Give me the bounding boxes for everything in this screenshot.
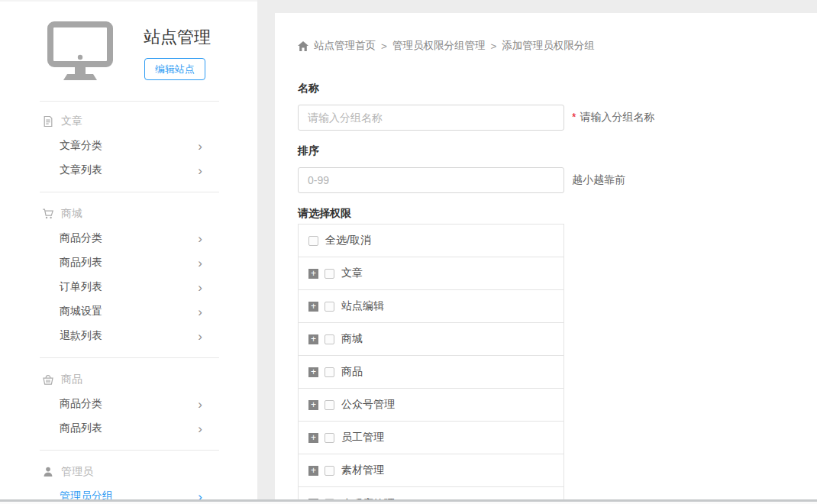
sidebar-item-mall-settings[interactable]: 商城设置 › (60, 299, 202, 324)
sidebar-item-label: 商城设置 (60, 305, 102, 318)
permission-row-article: 文章 (299, 257, 564, 290)
sort-hint: 越小越靠前 (572, 173, 625, 187)
basket-icon (42, 373, 54, 386)
sidebar-nav: 文章 文章分类 › 文章列表 › 商城 (0, 109, 257, 504)
sidebar-group-products: 商品 (0, 367, 257, 392)
sidebar-group-label: 商城 (61, 207, 82, 221)
permission-row-material: 素材管理 (299, 454, 564, 487)
permission-row-mall: 商城 (299, 323, 564, 356)
sidebar-group-label: 管理员 (61, 465, 93, 479)
name-input[interactable] (298, 105, 564, 131)
permission-row-staff: 员工管理 (299, 422, 564, 454)
select-all-checkbox[interactable] (308, 236, 318, 246)
expand-plus-icon[interactable] (308, 269, 318, 279)
breadcrumb-separator: > (381, 40, 387, 52)
permission-label: 公众号管理 (341, 398, 395, 412)
divider (40, 357, 219, 358)
home-icon (298, 41, 308, 51)
required-asterisk: * (572, 111, 576, 123)
chevron-right-icon: › (198, 422, 202, 435)
user-icon (42, 466, 54, 478)
sidebar-item-product-category[interactable]: 商品分类 › (60, 392, 202, 416)
document-icon (42, 115, 54, 128)
sort-label: 排序 (298, 144, 817, 160)
sidebar-group-label: 文章 (61, 115, 82, 128)
permission-label: 站点编辑 (341, 299, 384, 313)
sidebar-group-label: 商品 (61, 373, 82, 386)
permission-label: 员工管理 (341, 431, 384, 444)
expand-plus-icon[interactable] (308, 466, 318, 476)
breadcrumb-item-home[interactable]: 站点管理首页 (314, 39, 376, 53)
sidebar-item-product-list[interactable]: 商品列表 › (60, 416, 202, 441)
sidebar: 站点管理 编辑站点 文章 文章分类 › 文章列表 › (0, 0, 257, 504)
breadcrumb-item-group-management[interactable]: 管理员权限分组管理 (392, 39, 486, 53)
permission-label: 文章 (341, 267, 363, 280)
chevron-right-icon: › (198, 164, 202, 177)
permission-row-site-edit: 站点编辑 (299, 290, 564, 323)
sidebar-item-article-category[interactable]: 文章分类 › (60, 134, 202, 158)
permission-checkbox[interactable] (325, 269, 334, 279)
sidebar-item-refund-list[interactable]: 退款列表 › (60, 324, 202, 348)
expand-plus-icon[interactable] (308, 433, 318, 443)
chevron-right-icon: › (198, 330, 202, 343)
permission-checkbox[interactable] (325, 334, 334, 344)
sidebar-item-label: 商品列表 (60, 422, 102, 435)
expand-plus-icon[interactable] (308, 400, 318, 410)
name-label: 名称 (298, 82, 817, 97)
main-content: 站点管理首页 > 管理员权限分组管理 > 添加管理员权限分组 名称 *请输入分组… (275, 13, 817, 504)
chevron-right-icon: › (198, 232, 202, 245)
breadcrumb-item-add-group: 添加管理员权限分组 (502, 39, 595, 53)
permissions-label: 请选择权限 (298, 207, 817, 222)
sidebar-group-articles: 文章 (0, 109, 257, 134)
sidebar-item-label: 订单列表 (60, 280, 102, 294)
permission-row-official-account: 公众号管理 (299, 389, 564, 422)
sidebar-item-label: 商品分类 (60, 231, 102, 245)
divider (40, 101, 219, 102)
name-hint: *请输入分组名称 (572, 111, 654, 124)
permission-label: 商城 (341, 332, 363, 346)
permission-row-product: 商品 (299, 356, 564, 389)
permission-checkbox[interactable] (325, 466, 334, 476)
breadcrumb-separator: > (490, 40, 496, 52)
permission-label: 素材管理 (341, 464, 384, 477)
sidebar-item-label: 文章分类 (60, 139, 102, 153)
chevron-right-icon: › (198, 398, 202, 411)
site-title: 站点管理 (144, 26, 211, 49)
name-input-row: *请输入分组名称 (298, 105, 817, 131)
sidebar-group-mall: 商城 (0, 202, 257, 226)
breadcrumb: 站点管理首页 > 管理员权限分组管理 > 添加管理员权限分组 (298, 39, 817, 53)
expand-plus-icon[interactable] (308, 302, 318, 312)
chevron-right-icon: › (198, 140, 202, 153)
permissions-table: 全选/取消 文章 站点编辑 商城 商品 (298, 224, 564, 504)
name-hint-text: 请输入分组名称 (580, 111, 654, 123)
permission-checkbox[interactable] (325, 433, 334, 443)
sidebar-item-label: 商品分类 (60, 397, 102, 411)
expand-plus-icon[interactable] (308, 367, 318, 377)
cart-icon (42, 208, 54, 220)
permission-checkbox[interactable] (325, 400, 334, 410)
permission-label: 商品 (341, 365, 363, 379)
sidebar-item-goods-list[interactable]: 商品列表 › (60, 250, 202, 275)
sidebar-item-order-list[interactable]: 订单列表 › (60, 275, 202, 299)
sort-input[interactable] (298, 167, 564, 193)
sidebar-item-goods-category[interactable]: 商品分类 › (60, 226, 202, 250)
chevron-right-icon: › (198, 281, 202, 294)
divider (40, 192, 219, 192)
expand-plus-icon[interactable] (308, 334, 318, 344)
sidebar-item-label: 退款列表 (60, 329, 102, 343)
permission-label: 全选/取消 (325, 234, 371, 247)
sidebar-group-admin: 管理员 (0, 460, 257, 484)
sidebar-item-label: 文章列表 (60, 163, 102, 177)
sort-input-row: 越小越靠前 (298, 167, 817, 193)
page: 站点管理 编辑站点 文章 文章分类 › 文章列表 › (0, 0, 817, 504)
sidebar-item-article-list[interactable]: 文章列表 › (60, 158, 202, 183)
permission-checkbox[interactable] (325, 302, 334, 312)
chevron-right-icon: › (198, 305, 202, 318)
monitor-icon (47, 21, 113, 86)
divider (40, 450, 219, 451)
chevron-right-icon: › (198, 257, 202, 270)
edit-site-button[interactable]: 编辑站点 (144, 58, 205, 80)
permission-checkbox[interactable] (325, 367, 334, 377)
permission-row-select-all: 全选/取消 (299, 225, 564, 257)
sidebar-item-label: 商品列表 (60, 256, 102, 270)
